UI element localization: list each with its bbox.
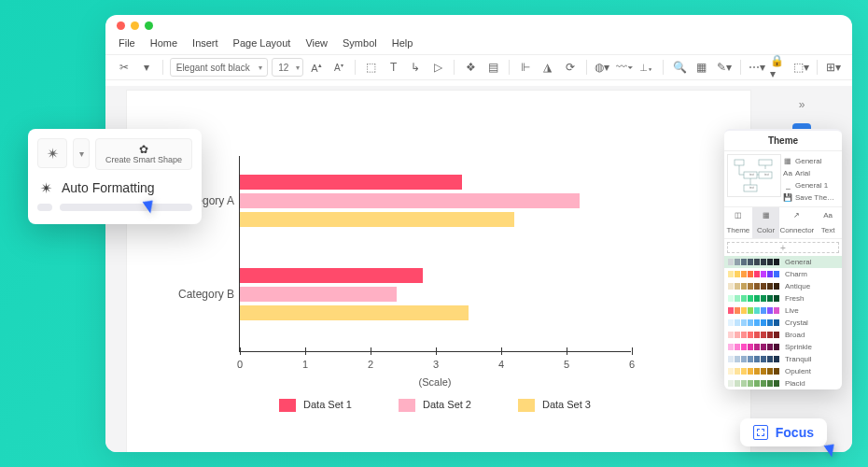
- create-smart-shape-button[interactable]: ✿ Create Smart Shape: [95, 138, 192, 170]
- x-tick-label: 3: [433, 359, 439, 370]
- select-icon[interactable]: ⬚: [362, 58, 381, 77]
- smart-shape-label: Create Smart Shape: [105, 156, 182, 164]
- unknown-icon-1[interactable]: ⋯▾: [748, 58, 766, 77]
- prop-label: General: [795, 157, 821, 165]
- legend-item: Data Set 1: [279, 399, 352, 412]
- theme-preview: text text text: [727, 154, 781, 197]
- line-style-icon[interactable]: 〰▾: [615, 58, 634, 77]
- palette-row[interactable]: Crystal: [724, 317, 842, 329]
- af-progress: [37, 204, 192, 211]
- theme-prop-row[interactable]: 💾Save The…: [783, 192, 839, 202]
- theme-panel[interactable]: Theme text text text ▦GeneralAaArial⎯Gen…: [724, 129, 842, 389]
- auto-format-label: Auto Formatting: [62, 180, 155, 195]
- zoom-icon[interactable]: [145, 21, 153, 30]
- palette-row[interactable]: Opulent: [724, 365, 842, 377]
- crop-icon[interactable]: ⟂▾: [637, 58, 656, 77]
- cut-icon[interactable]: ✂: [115, 58, 133, 77]
- bar: [240, 175, 462, 190]
- connector-icon[interactable]: ↳: [407, 58, 426, 77]
- distribute-icon[interactable]: ◮: [539, 58, 557, 77]
- legend-item: Data Set 3: [518, 399, 591, 412]
- prop-icon: 💾: [783, 192, 792, 202]
- rail-collapse-icon[interactable]: »: [792, 95, 811, 114]
- spark-icon[interactable]: ✴: [37, 138, 67, 168]
- palette-row[interactable]: Broad: [724, 329, 842, 341]
- auto-formatting-button[interactable]: ✴ Auto Formatting: [37, 179, 192, 196]
- pointer-icon[interactable]: ▷: [428, 58, 447, 77]
- spark-dropdown-icon[interactable]: ▾: [73, 138, 90, 168]
- theme-prop-row[interactable]: AaArial: [783, 168, 839, 177]
- x-tick-label: 5: [564, 359, 569, 370]
- palette-name: Placid: [785, 379, 805, 388]
- palette-name: Charm: [785, 270, 807, 278]
- menu-home[interactable]: Home: [150, 37, 177, 49]
- menu-insert[interactable]: Insert: [192, 37, 218, 49]
- font-size-dropdown[interactable]: 12: [272, 58, 303, 77]
- search-icon[interactable]: 🔍: [670, 58, 689, 77]
- fill-icon[interactable]: ◍▾: [594, 58, 612, 77]
- palette-name: Tranquil: [785, 355, 812, 363]
- palette-row[interactable]: Tranquil: [724, 353, 842, 365]
- palette-row[interactable]: Sprinkle: [724, 341, 842, 353]
- prop-label: General 1: [795, 181, 828, 190]
- layers-icon[interactable]: ❖: [461, 58, 480, 77]
- palette-name: Live: [785, 306, 799, 315]
- bar: [240, 305, 469, 320]
- auto-format-icon: ✴: [37, 179, 54, 196]
- palette-row[interactable]: Live: [724, 304, 842, 317]
- tab-icon: ◫: [732, 211, 745, 224]
- theme-tab-connector[interactable]: ↗Connector: [779, 207, 814, 238]
- svg-rect-1: [759, 160, 772, 165]
- palette-row[interactable]: Charm: [724, 268, 842, 280]
- theme-prop-row[interactable]: ▦General: [783, 156, 839, 165]
- palette-row[interactable]: Placid: [724, 377, 842, 389]
- palette-row[interactable]: General: [724, 256, 842, 268]
- palette-name: Crystal: [785, 318, 808, 327]
- increase-font-icon[interactable]: A▴: [307, 58, 326, 77]
- theme-tabs: ◫Theme▦Color↗ConnectorAaText: [724, 206, 842, 239]
- font-size-value: 12: [278, 63, 288, 73]
- palette-row[interactable]: Antique: [724, 280, 842, 292]
- decrease-font-icon[interactable]: A▾: [329, 58, 348, 77]
- tab-icon: Aa: [821, 211, 834, 224]
- paste-icon[interactable]: ▾: [137, 58, 156, 77]
- palette-name: Broad: [785, 331, 805, 339]
- prop-label: Save The…: [795, 193, 834, 202]
- rotate-icon[interactable]: ⟳: [561, 58, 580, 77]
- theme-tab-theme[interactable]: ◫Theme: [724, 207, 752, 238]
- drawing-sheet[interactable]: 0123456Category ACategory B (Scale) Data…: [126, 90, 751, 452]
- x-tick-label: 1: [302, 359, 308, 370]
- menubar: File Home Insert Page Layout View Symbol…: [105, 35, 852, 54]
- focus-button[interactable]: Focus: [740, 418, 827, 446]
- more-icon[interactable]: ⊞▾: [824, 58, 843, 77]
- prop-label: Arial: [795, 169, 810, 177]
- palette-row[interactable]: Fresh: [724, 292, 842, 304]
- theme-tab-color[interactable]: ▦Color: [752, 207, 780, 238]
- x-tick-label: 2: [368, 359, 373, 370]
- lock-icon[interactable]: 🔒▾: [770, 58, 789, 77]
- align-icon[interactable]: ⊩: [516, 58, 535, 77]
- prop-icon: Aa: [783, 168, 792, 177]
- grid-icon[interactable]: ▦: [693, 58, 711, 77]
- help-icon[interactable]: ⬚▾: [791, 58, 810, 77]
- menu-page-layout[interactable]: Page Layout: [233, 37, 291, 49]
- menu-view[interactable]: View: [305, 37, 328, 49]
- group-icon[interactable]: ▤: [483, 58, 502, 77]
- pen-icon[interactable]: ✎▾: [715, 58, 734, 77]
- close-icon[interactable]: [117, 21, 125, 30]
- focus-icon: [753, 425, 768, 440]
- palette-name: Antique: [785, 282, 810, 290]
- tab-icon: ↗: [791, 211, 804, 224]
- theme-prop-row[interactable]: ⎯General 1: [783, 180, 839, 190]
- menu-help[interactable]: Help: [392, 37, 413, 49]
- menu-symbol[interactable]: Symbol: [343, 37, 377, 49]
- minimize-icon[interactable]: [131, 21, 139, 30]
- text-tool-icon[interactable]: T: [385, 58, 403, 77]
- font-name-value: Elegant soft black: [176, 63, 250, 73]
- menu-file[interactable]: File: [119, 37, 135, 49]
- add-palette-button[interactable]: +: [727, 242, 839, 253]
- window-titlebar: [105, 15, 852, 35]
- toolbar: ✂ ▾ Elegant soft black 12 A▴ A▾ ⬚ T ↳ ▷ …: [105, 54, 852, 80]
- font-family-dropdown[interactable]: Elegant soft black: [170, 58, 268, 77]
- theme-tab-text[interactable]: AaText: [814, 207, 842, 238]
